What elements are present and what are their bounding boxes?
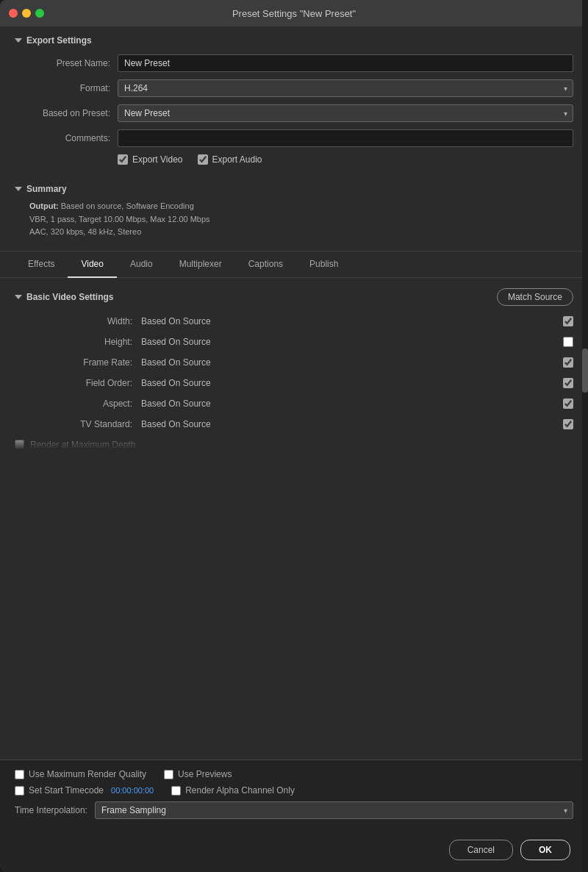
export-settings-title: Export Settings bbox=[26, 35, 92, 46]
aspect-checkbox[interactable] bbox=[563, 399, 573, 409]
set-start-timecode-label[interactable]: Set Start Timecode 00:00:00:00 bbox=[15, 785, 154, 796]
aspect-label: Aspect: bbox=[15, 399, 132, 409]
set-start-timecode-checkbox[interactable] bbox=[15, 786, 24, 796]
render-alpha-only-checkbox[interactable] bbox=[171, 786, 181, 796]
based-on-preset-select-wrapper: New Preset ▾ bbox=[118, 104, 573, 122]
maximize-button[interactable] bbox=[35, 9, 44, 18]
chevron-down-icon bbox=[15, 187, 22, 191]
chevron-down-icon bbox=[15, 38, 22, 43]
cancel-button[interactable]: Cancel bbox=[449, 840, 513, 860]
tv-standard-checkbox[interactable] bbox=[563, 419, 573, 429]
preset-name-input[interactable] bbox=[118, 54, 573, 72]
tab-effects[interactable]: Effects bbox=[15, 251, 68, 278]
aspect-value: Based On Source bbox=[141, 399, 563, 409]
export-audio-checkbox-label[interactable]: Export Audio bbox=[198, 154, 262, 165]
based-on-preset-select[interactable]: New Preset bbox=[118, 104, 573, 122]
field-order-row: Field Order: Based On Source bbox=[15, 378, 573, 388]
scroll-thumb[interactable] bbox=[582, 349, 588, 393]
scroll-track[interactable] bbox=[582, 0, 588, 872]
field-order-label: Field Order: bbox=[15, 378, 132, 388]
render-alpha-only-label[interactable]: Render Alpha Channel Only bbox=[171, 785, 295, 796]
tv-standard-checkbox-container bbox=[563, 419, 573, 429]
video-content-wrapper: Basic Video Settings Match Source Width:… bbox=[15, 288, 573, 450]
render-max-depth-checkbox[interactable] bbox=[15, 440, 24, 449]
output-label: Output: bbox=[29, 201, 59, 210]
summary-output-row: Output: Based on source, Software Encodi… bbox=[29, 200, 573, 213]
tabs-bar: Effects Video Audio Multiplexer Captions… bbox=[0, 251, 588, 278]
time-interpolation-select-wrapper: Frame Sampling ▾ bbox=[95, 801, 573, 819]
comments-input[interactable] bbox=[118, 129, 573, 147]
format-select[interactable]: H.264 bbox=[118, 79, 573, 97]
width-label: Width: bbox=[15, 316, 132, 326]
based-on-preset-row: Based on Preset: New Preset ▾ bbox=[15, 104, 573, 122]
export-settings-header: Export Settings bbox=[15, 35, 573, 46]
video-section-header: Basic Video Settings Match Source bbox=[15, 288, 573, 306]
minimize-button[interactable] bbox=[22, 9, 31, 18]
preset-name-row: Preset Name: bbox=[15, 54, 573, 72]
frame-rate-value: Based On Source bbox=[141, 357, 563, 368]
tv-standard-value: Based On Source bbox=[141, 419, 563, 429]
time-interpolation-row: Time Interpolation: Frame Sampling ▾ bbox=[15, 801, 573, 819]
footer-section: Use Maximum Render Quality Use Previews … bbox=[0, 760, 588, 828]
field-order-checkbox[interactable] bbox=[563, 378, 573, 388]
frame-rate-row: Frame Rate: Based On Source bbox=[15, 357, 573, 368]
close-button[interactable] bbox=[9, 9, 18, 18]
use-previews-checkbox[interactable] bbox=[164, 770, 173, 779]
format-select-wrapper: H.264 ▾ bbox=[118, 79, 573, 97]
window-title: Preset Settings "New Preset" bbox=[232, 8, 356, 19]
basic-video-settings-title: Basic Video Settings bbox=[26, 292, 113, 302]
frame-rate-checkbox[interactable] bbox=[563, 357, 573, 368]
use-previews-text: Use Previews bbox=[178, 769, 232, 779]
title-bar: Preset Settings "New Preset" bbox=[0, 0, 588, 26]
frame-rate-checkbox-container bbox=[563, 357, 573, 368]
tab-video[interactable]: Video bbox=[68, 251, 116, 278]
video-settings-section: Basic Video Settings Match Source Width:… bbox=[0, 278, 588, 760]
buttons-row: Cancel OK bbox=[0, 828, 588, 872]
tab-audio[interactable]: Audio bbox=[117, 251, 166, 278]
summary-section: Summary Output: Based on source, Softwar… bbox=[15, 184, 573, 251]
width-checkbox[interactable] bbox=[563, 316, 573, 326]
tab-multiplexer[interactable]: Multiplexer bbox=[166, 251, 235, 278]
timecode-value: 00:00:00:00 bbox=[111, 786, 154, 795]
aspect-checkbox-container bbox=[563, 399, 573, 409]
export-video-label: Export Video bbox=[132, 154, 183, 165]
render-max-depth-label: Render at Maximum Depth bbox=[30, 440, 135, 450]
export-checkboxes: Export Video Export Audio bbox=[118, 154, 573, 165]
render-alpha-only-text: Render Alpha Channel Only bbox=[185, 785, 295, 796]
traffic-lights bbox=[9, 9, 44, 18]
footer-row-1: Use Maximum Render Quality Use Previews bbox=[15, 769, 573, 779]
summary-header: Summary bbox=[15, 184, 573, 194]
export-audio-checkbox[interactable] bbox=[198, 154, 208, 165]
tv-standard-row: TV Standard: Based On Source bbox=[15, 419, 573, 429]
time-interpolation-label: Time Interpolation: bbox=[15, 805, 87, 815]
time-interpolation-select[interactable]: Frame Sampling bbox=[95, 801, 573, 819]
comments-label: Comments: bbox=[15, 133, 110, 143]
export-video-checkbox-label[interactable]: Export Video bbox=[118, 154, 183, 165]
format-row: Format: H.264 ▾ bbox=[15, 79, 573, 97]
summary-line2: VBR, 1 pass, Target 10.00 Mbps, Max 12.0… bbox=[29, 213, 573, 226]
ok-button[interactable]: OK bbox=[520, 840, 570, 860]
width-row: Width: Based On Source bbox=[15, 316, 573, 326]
output-line1: Based on source, Software Encoding bbox=[61, 201, 194, 210]
format-label: Format: bbox=[15, 83, 110, 93]
match-source-button[interactable]: Match Source bbox=[497, 288, 573, 306]
summary-content: Output: Based on source, Software Encodi… bbox=[29, 200, 573, 239]
tab-captions[interactable]: Captions bbox=[235, 251, 296, 278]
footer-row-2: Set Start Timecode 00:00:00:00 Render Al… bbox=[15, 785, 573, 796]
tv-standard-label: TV Standard: bbox=[15, 419, 132, 429]
height-row: Height: Based On Source bbox=[15, 337, 573, 347]
aspect-row: Aspect: Based On Source bbox=[15, 399, 573, 409]
width-value: Based On Source bbox=[141, 316, 563, 326]
export-video-checkbox[interactable] bbox=[118, 154, 128, 165]
height-value: Based On Source bbox=[141, 337, 563, 347]
tab-publish[interactable]: Publish bbox=[296, 251, 351, 278]
use-max-render-quality-label[interactable]: Use Maximum Render Quality bbox=[15, 769, 146, 779]
chevron-down-icon bbox=[15, 295, 22, 299]
height-checkbox-container bbox=[563, 337, 573, 347]
set-start-timecode-text: Set Start Timecode bbox=[29, 785, 104, 796]
height-checkbox[interactable] bbox=[563, 337, 573, 347]
frame-rate-label: Frame Rate: bbox=[15, 357, 132, 368]
use-previews-label[interactable]: Use Previews bbox=[164, 769, 232, 779]
use-max-render-quality-checkbox[interactable] bbox=[15, 770, 24, 779]
use-max-render-quality-text: Use Maximum Render Quality bbox=[29, 769, 146, 779]
